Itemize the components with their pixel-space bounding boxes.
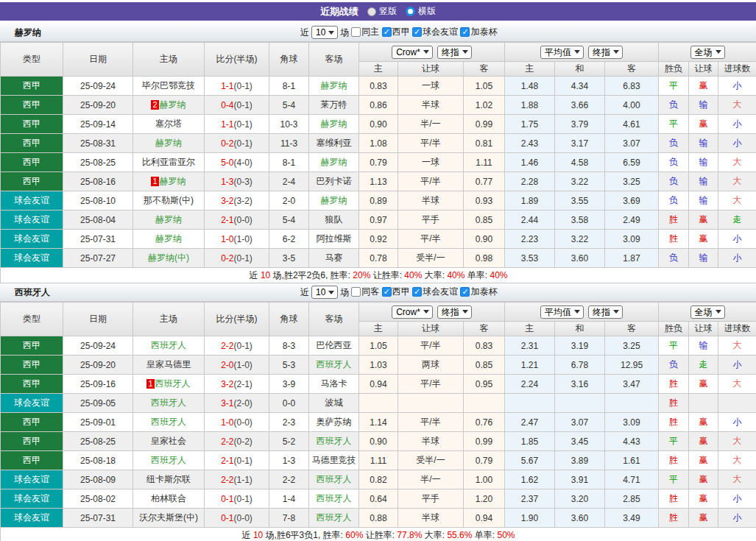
radio-selected-icon[interactable]	[406, 7, 415, 16]
odds-company-select[interactable]: Crow*	[392, 305, 433, 319]
radio-unselected-icon[interactable]	[367, 7, 376, 16]
col-header-away: 客场	[309, 303, 359, 336]
table-row: 球会友谊 25-08-04 赫罗纳 2-1(0-0) 5-4 狼队 0.97 平…	[1, 211, 756, 230]
cell-score: 1-1(0-1)	[205, 115, 269, 134]
cell-ah-line: 半/一	[398, 470, 464, 489]
checkbox-icon[interactable]	[351, 27, 361, 37]
checkbox-icon[interactable]	[351, 287, 361, 297]
filter-checkbox[interactable]: 球会友谊	[412, 26, 458, 38]
cell-avg-away-odds: 6.83	[605, 77, 659, 96]
cell-result-wdl: 负	[659, 153, 689, 172]
filter-checkbox[interactable]: 西甲	[382, 26, 410, 38]
cell-result-handicap: 输	[689, 172, 718, 191]
cell-avg-home-odds: 1.90	[505, 509, 555, 528]
cell-away-team: 波城	[309, 394, 359, 413]
layout-option-vertical[interactable]: 竖版	[367, 5, 397, 18]
match-count-select[interactable]: 10	[311, 286, 338, 299]
cell-avg-home-odds: 1.89	[505, 191, 555, 211]
cell-home-team: 皇家社会	[133, 432, 205, 451]
filter-checkbox[interactable]: 球会友谊	[412, 286, 458, 298]
filter-checkbox[interactable]: 同主	[351, 26, 379, 38]
cell-ah-away-odds: 0.76	[464, 413, 505, 432]
cell-avg-home-odds	[505, 394, 555, 413]
cell-away-team: 马德里竞技	[309, 451, 359, 470]
scope-select[interactable]: 全场	[690, 46, 725, 59]
col-header-type: 类型	[1, 303, 63, 336]
avg-odds-select[interactable]: 平均值	[540, 46, 584, 59]
cell-home-team: 那不勒斯(中)	[133, 191, 205, 211]
scope-select[interactable]: 全场	[690, 305, 725, 319]
avg-odds-select[interactable]: 平均值	[540, 305, 584, 319]
cell-score: 1-0(0-0)	[205, 413, 269, 432]
filter-checkbox[interactable]: 同客	[351, 286, 379, 298]
cell-ah-away-odds	[464, 394, 505, 413]
cell-ah-home-odds: 0.97	[359, 211, 398, 230]
cell-result-goals: 小	[718, 77, 756, 96]
cell-ah-home-odds: 0.94	[359, 375, 398, 394]
cell-competition-type: 球会友谊	[1, 394, 63, 413]
cell-avg-home-odds: 5.67	[505, 451, 555, 470]
col-header-ah-away: 客	[464, 62, 505, 77]
cell-avg-draw-odds: 3.66	[555, 96, 605, 115]
avg-time-select[interactable]: 终指	[588, 305, 623, 319]
odds-time-select[interactable]: 终指	[437, 46, 472, 59]
cell-result-handicap: 输	[689, 96, 718, 115]
col-header-date: 日期	[63, 303, 133, 336]
checkbox-icon[interactable]	[460, 27, 470, 37]
cell-score: 3-2(3-2)	[205, 191, 269, 211]
cell-result-handicap: 赢	[689, 230, 718, 249]
cell-avg-home-odds: 1.21	[505, 356, 555, 375]
match-count-select[interactable]: 10	[311, 26, 338, 39]
col-header-score: 比分(半场)	[205, 303, 269, 336]
cell-avg-draw-odds: 3.55	[555, 191, 605, 211]
avg-time-select[interactable]: 终指	[588, 46, 623, 59]
cell-result-wdl: 平	[659, 77, 689, 96]
checkbox-icon[interactable]	[412, 27, 422, 37]
matches-table: 类型 日期 主场 比分(半场) 角球 客场 Crow* 终指 平均值	[0, 42, 756, 283]
cell-home-team: 纽卡斯尔联	[133, 470, 205, 489]
checkbox-icon[interactable]	[460, 287, 470, 297]
filter-checkbox[interactable]: 加泰杯	[460, 26, 497, 38]
recent-results-page: 近期战绩 竖版 横版 赫罗纳 近 10 场 同主 西甲 球会友谊 加	[0, 0, 756, 541]
cell-ah-home-odds: 1.14	[359, 413, 398, 432]
summary-segment: 10	[253, 530, 263, 540]
cell-competition-type: 西甲	[1, 336, 63, 356]
col-header-corner: 角球	[269, 43, 309, 77]
odds-time-select[interactable]: 终指	[437, 305, 472, 319]
layout-option-horizontal[interactable]: 横版	[406, 5, 436, 18]
cell-result-wdl: 平	[659, 336, 689, 356]
cell-result-handicap: 赢	[689, 470, 718, 489]
cell-competition-type: 西甲	[1, 134, 63, 153]
cell-result-handicap	[689, 394, 718, 413]
cell-corners: 1-4	[269, 489, 309, 509]
cell-ah-line: 平/半	[398, 172, 464, 191]
checkbox-icon[interactable]	[382, 287, 392, 297]
cell-avg-draw-odds: 3.22	[555, 172, 605, 191]
cell-avg-home-odds: 3.53	[505, 249, 555, 268]
col-header-ah-home: 主	[359, 62, 398, 77]
cell-result-handicap: 赢	[689, 77, 718, 96]
cell-score: 2-1(0-0)	[205, 211, 269, 230]
checkbox-icon[interactable]	[412, 287, 422, 297]
summary-segment: 60%	[345, 530, 363, 540]
cell-score: 1-0(1-0)	[205, 230, 269, 249]
cell-avg-draw-odds: 3.22	[555, 230, 605, 249]
cell-result-handicap: 输	[689, 191, 718, 211]
col-header-home: 主场	[133, 43, 205, 77]
col-header-eu-home: 主	[505, 62, 555, 77]
section-header: 赫罗纳 近 10 场 同主 西甲 球会友谊 加泰杯	[0, 24, 756, 42]
cell-avg-away-odds: 6.59	[605, 153, 659, 172]
filter-checkbox[interactable]: 西甲	[382, 286, 410, 298]
odds-company-select[interactable]: Crow*	[392, 46, 433, 59]
cell-ah-home-odds: 1.05	[359, 336, 398, 356]
cell-result-wdl: 胜	[659, 394, 689, 413]
filter-checkbox[interactable]: 加泰杯	[460, 286, 497, 298]
cell-avg-draw-odds: 6.78	[555, 356, 605, 375]
handicap-odds-group-header: Crow* 终指	[359, 303, 505, 322]
cell-date: 25-07-27	[63, 249, 133, 268]
cell-result-handicap: 赢	[689, 432, 718, 451]
cell-away-team: 赫罗纳	[309, 77, 359, 96]
checkbox-icon[interactable]	[382, 27, 392, 37]
cell-result-goals: 大	[718, 451, 756, 470]
cell-ah-away-odds: 0.83	[464, 336, 505, 356]
